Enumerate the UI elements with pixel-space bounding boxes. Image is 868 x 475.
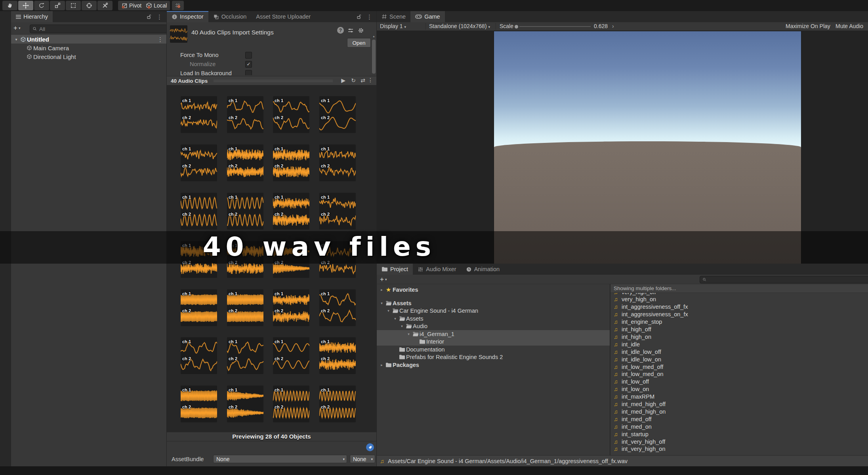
file-label: int_low_med_on — [622, 371, 664, 377]
presets-icon[interactable] — [347, 27, 354, 34]
kebab-menu-icon[interactable]: ⋮ — [368, 77, 373, 83]
file-row-int-low-off[interactable]: ♫int_low_off — [610, 378, 868, 386]
file-row-int-low-med-on[interactable]: ♫int_low_med_on — [610, 370, 868, 378]
file-row-int-idle-low-on[interactable]: ♫int_idle_low_on — [610, 355, 868, 363]
tab-project[interactable]: Project — [377, 264, 413, 275]
file-row-very-high-on[interactable]: ♫very_high_on — [610, 296, 868, 303]
folder-row-favorites[interactable]: ▸★Favorites — [377, 286, 610, 294]
property-label: Force To Mono — [180, 52, 218, 58]
file-row-int-med-high-off[interactable]: ♫int_med_high_off — [610, 401, 868, 408]
file-row-int-idle-low-off[interactable]: ♫int_idle_low_off — [610, 348, 868, 355]
help-icon[interactable]: ? — [337, 27, 344, 34]
tree-caret-icon[interactable]: ▾ — [379, 301, 384, 305]
custom-tool-button[interactable] — [97, 1, 113, 10]
file-row-int-idle[interactable]: ♫int_idle — [610, 340, 868, 348]
mute-audio-button[interactable]: Mute Audio — [836, 22, 863, 30]
file-row-int-very-high-off[interactable]: ♫int_very_high_off — [610, 438, 868, 445]
file-row-int-low-on[interactable]: ♫int_low_on — [610, 386, 868, 393]
pivot-toggle-button[interactable]: Pivot — [118, 1, 145, 10]
unlock-icon[interactable] — [356, 14, 362, 19]
local-toggle-button[interactable]: Local — [143, 1, 170, 10]
checkbox-force-to-mono[interactable] — [245, 52, 252, 59]
tree-caret-icon[interactable]: ▸ — [379, 288, 384, 292]
create-asset-button[interactable]: +▾ — [380, 276, 387, 283]
gear-icon[interactable] — [358, 27, 364, 34]
loop-icon[interactable]: ↻ — [351, 77, 356, 84]
file-row-int-high-off[interactable]: ♫int_high_off — [610, 326, 868, 333]
file-row-int-aggressiveness-off-fx[interactable]: ♫int_aggressiveness_off_fx — [610, 303, 868, 311]
open-button[interactable]: Open — [347, 38, 371, 48]
scale-slider-handle[interactable] — [515, 25, 518, 28]
folder-row-i4-german-1[interactable]: ▾i4_German_1 — [377, 330, 610, 338]
folder-row-documentation[interactable]: Documentation — [377, 346, 610, 353]
multi-tool-button[interactable] — [82, 1, 97, 10]
scale-slider-track[interactable] — [519, 26, 591, 27]
folder-row-packages[interactable]: ▸Packages — [377, 361, 610, 369]
folder-row-assets[interactable]: ▾Assets — [377, 315, 610, 323]
create-object-button[interactable]: +▾ — [13, 24, 20, 32]
grid-snap-button[interactable] — [172, 1, 184, 10]
tree-caret-icon[interactable]: ▸ — [379, 363, 384, 367]
file-row-int-high-on[interactable]: ♫int_high_on — [610, 333, 868, 340]
move-tool-button[interactable] — [18, 1, 33, 10]
tab-scene[interactable]: Scene — [377, 11, 410, 22]
occlusion-icon — [213, 14, 219, 20]
file-row-int-low-med-off[interactable]: ♫int_low_med_off — [610, 363, 868, 370]
hierarchy-item-main-camera[interactable]: Main Camera — [11, 44, 166, 52]
hand-tool-button[interactable] — [2, 1, 17, 10]
file-row-int-med-on[interactable]: ♫int_med_on — [610, 423, 868, 430]
hierarchy-search-field[interactable] — [30, 25, 168, 33]
play-icon[interactable]: ▶ — [341, 77, 345, 84]
kebab-menu-icon[interactable]: ⋮ — [156, 14, 162, 20]
file-row-int-med-off[interactable]: ♫int_med_off — [610, 415, 868, 423]
scale-tool-button[interactable] — [50, 1, 65, 10]
folder-row-prefabs-for-realistic-engine-sounds-2[interactable]: Prefabs for Realistic Engine Sounds 2 — [377, 353, 610, 361]
tab-occlusion[interactable]: Occlusion — [208, 11, 252, 22]
checkbox-load-in-background[interactable] — [245, 70, 252, 75]
assetbundle-variant-dropdown[interactable]: None▾ — [350, 455, 375, 463]
folder-row-assets[interactable]: ▾Assets — [377, 299, 610, 307]
tree-caret-icon[interactable]: ▾ — [386, 309, 391, 313]
file-row-int-engine-stop[interactable]: ♫int_engine_stop — [610, 318, 868, 326]
file-row-int-med-high-on[interactable]: ♫int_med_high_on — [610, 408, 868, 415]
resolution-dropdown[interactable]: Standalone (1024x768) ▾ — [429, 22, 490, 30]
folder-row-car-engine-sound-i4-german[interactable]: ▾Car Engine Sound - i4 German — [377, 307, 610, 315]
tab-hierarchy[interactable]: Hierarchy — [11, 11, 53, 22]
kebab-menu-icon[interactable]: ⋮ — [366, 14, 372, 20]
unlock-icon[interactable] — [146, 14, 152, 19]
folder-row-interior[interactable]: Interior — [377, 338, 610, 346]
tab-game[interactable]: Game — [410, 11, 445, 22]
asset-labels-icon[interactable] — [366, 443, 374, 451]
hierarchy-item-untitled[interactable]: ▾Untitled⋮ — [11, 35, 166, 44]
preview-drag-handle[interactable] — [214, 80, 333, 82]
tree-caret-icon[interactable]: ▾ — [393, 317, 398, 321]
file-row-int-startup[interactable]: ♫int_startup — [610, 430, 868, 438]
audio-clip-tile: ch 1ch 2 — [227, 193, 263, 230]
channel1-label: ch 1 — [275, 291, 283, 296]
project-search-input[interactable] — [709, 277, 868, 283]
tree-caret-icon[interactable]: ▾ — [399, 324, 404, 328]
scroll-up-icon[interactable]: ▲ — [372, 35, 376, 38]
file-row-int-maxrpm[interactable]: ♫int_maxRPM — [610, 393, 868, 401]
expand-caret-icon[interactable]: ▾ — [13, 37, 19, 42]
tab-animation[interactable]: Animation — [461, 264, 504, 275]
tab-audio-mixer[interactable]: Audio Mixer — [413, 264, 461, 275]
hierarchy-item-directional-light[interactable]: Directional Light — [11, 52, 166, 61]
file-row-int-very-high-on[interactable]: ♫int_very_high_on — [610, 445, 868, 453]
rect-tool-button[interactable] — [66, 1, 81, 10]
folder-row-audio[interactable]: ▾Audio — [377, 323, 610, 331]
display-dropdown[interactable]: Display 1 ▾ — [380, 22, 406, 30]
tab-inspector[interactable]: Inspector — [167, 11, 208, 22]
file-row-int-aggressiveness-on-fx[interactable]: ♫int_aggressiveness_on_fx — [610, 311, 868, 318]
hierarchy-search-input[interactable] — [39, 26, 165, 32]
maximize-on-play-button[interactable]: Maximize On Play — [786, 22, 830, 30]
assetbundle-dropdown[interactable]: None▾ — [213, 455, 347, 463]
scale-expand-icon[interactable]: › — [612, 22, 614, 30]
project-search-field[interactable] — [700, 276, 868, 283]
tab-asset-store-uploader[interactable]: Asset Store Uploader — [251, 11, 315, 22]
checkbox-normalize[interactable]: ✓ — [245, 61, 252, 68]
tree-caret-icon[interactable]: ▾ — [406, 332, 411, 336]
kebab-menu-icon[interactable]: ⋮ — [157, 36, 163, 42]
cycle-icon[interactable]: ⇄ — [361, 77, 365, 84]
rotate-tool-button[interactable] — [34, 1, 49, 10]
